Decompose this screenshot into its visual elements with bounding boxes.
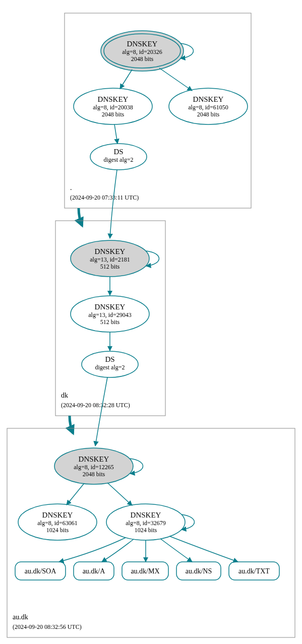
edge-dk-ds-to-audk-ksk <box>95 377 107 446</box>
svg-text:2048 bits: 2048 bits <box>83 471 105 478</box>
svg-text:digest alg=2: digest alg=2 <box>95 364 125 371</box>
svg-text:au.dk/SOA: au.dk/SOA <box>25 567 57 575</box>
zone-audk-label: au.dk <box>13 613 28 621</box>
node-root-zsk2: DNSKEY alg=8, id=61050 2048 bits <box>169 88 248 124</box>
svg-text:2048 bits: 2048 bits <box>131 55 154 62</box>
svg-text:DNSKEY: DNSKEY <box>79 455 109 463</box>
svg-text:DS: DS <box>113 148 123 156</box>
svg-text:1024 bits: 1024 bits <box>135 527 157 534</box>
edge-dk-to-audk <box>70 416 73 433</box>
svg-text:au.dk/TXT: au.dk/TXT <box>238 567 270 575</box>
svg-text:alg=13, id=2181: alg=13, id=2181 <box>90 256 130 263</box>
node-audk-ksk: DNSKEY alg=8, id=12265 2048 bits <box>54 448 133 484</box>
zone-root-ts: (2024-09-20 07:33:11 UTC) <box>70 194 139 201</box>
svg-text:alg=8, id=20326: alg=8, id=20326 <box>122 48 162 55</box>
svg-text:DS: DS <box>105 355 114 363</box>
edge-zsk2-ns <box>160 539 192 562</box>
svg-text:digest alg=2: digest alg=2 <box>103 156 133 163</box>
svg-text:2048 bits: 2048 bits <box>102 111 125 118</box>
edge-zsk2-txt <box>169 536 238 562</box>
edge-root-to-dk <box>79 208 82 226</box>
svg-text:DNSKEY: DNSKEY <box>95 247 126 255</box>
edge-zsk2-a <box>102 539 134 562</box>
zone-root-label: . <box>70 184 72 191</box>
svg-text:alg=8, id=20038: alg=8, id=20038 <box>93 104 133 111</box>
svg-text:au.dk/MX: au.dk/MX <box>131 567 159 575</box>
svg-text:alg=13, id=29043: alg=13, id=29043 <box>88 311 132 318</box>
svg-text:alg=8, id=63061: alg=8, id=63061 <box>37 520 78 527</box>
svg-text:alg=8, id=61050: alg=8, id=61050 <box>188 104 228 111</box>
svg-text:DNSKEY: DNSKEY <box>42 511 73 519</box>
node-dk-ds: DS digest alg=2 <box>82 351 138 377</box>
edge-audk-ksk-zsk1 <box>67 483 84 505</box>
record-ns: au.dk/NS <box>176 562 221 580</box>
svg-text:512 bits: 512 bits <box>100 318 120 326</box>
node-dk-zsk: DNSKEY alg=13, id=29043 512 bits <box>71 296 149 332</box>
svg-text:DNSKEY: DNSKEY <box>193 95 224 103</box>
edge-root-ds-to-dk-ksk <box>110 170 117 238</box>
svg-text:1024 bits: 1024 bits <box>46 527 69 534</box>
node-dk-ksk: DNSKEY alg=13, id=2181 512 bits <box>71 240 149 277</box>
svg-text:512 bits: 512 bits <box>100 263 120 270</box>
svg-text:alg=8, id=12265: alg=8, id=12265 <box>74 464 114 471</box>
node-audk-zsk1: DNSKEY alg=8, id=63061 1024 bits <box>18 504 97 540</box>
svg-text:alg=8, id=32679: alg=8, id=32679 <box>126 520 166 527</box>
node-root-ds: DS digest alg=2 <box>90 144 147 170</box>
svg-text:au.dk/A: au.dk/A <box>83 567 106 575</box>
zone-root: . (2024-09-20 07:33:11 UTC) DNSKEY alg=8… <box>65 13 251 208</box>
edge-root-zsk1-ds <box>114 124 117 144</box>
edge-root-ksk-zsk2 <box>159 68 192 91</box>
svg-text:DNSKEY: DNSKEY <box>95 303 126 311</box>
svg-text:au.dk/NS: au.dk/NS <box>186 567 212 575</box>
edge-audk-ksk-zsk2 <box>107 483 132 505</box>
svg-text:2048 bits: 2048 bits <box>197 111 220 118</box>
node-root-ksk: DNSKEY alg=8, id=20326 2048 bits <box>101 31 184 71</box>
svg-text:DNSKEY: DNSKEY <box>98 95 129 103</box>
zone-audk: au.dk (2024-09-20 08:32:56 UTC) DNSKEY a… <box>7 428 295 637</box>
record-mx: au.dk/MX <box>122 562 168 580</box>
svg-text:DNSKEY: DNSKEY <box>131 511 161 519</box>
zone-dk-ts: (2024-09-20 08:32:28 UTC) <box>61 402 130 409</box>
edge-root-ksk-zsk1 <box>120 70 132 89</box>
record-a: au.dk/A <box>74 562 114 580</box>
zone-dk-label: dk <box>61 392 68 399</box>
zone-audk-ts: (2024-09-20 08:32:56 UTC) <box>13 623 82 630</box>
node-audk-zsk2: DNSKEY alg=8, id=32679 1024 bits <box>106 504 185 540</box>
record-soa: au.dk/SOA <box>15 562 66 580</box>
zone-dk: dk (2024-09-20 08:32:28 UTC) DNSKEY alg=… <box>55 221 165 416</box>
record-txt: au.dk/TXT <box>229 562 279 580</box>
edge-zsk2-soa <box>59 538 126 562</box>
node-root-zsk1: DNSKEY alg=8, id=20038 2048 bits <box>74 88 152 124</box>
svg-text:DNSKEY: DNSKEY <box>127 40 158 48</box>
dnssec-graph: . (2024-09-20 07:33:11 UTC) DNSKEY alg=8… <box>0 0 302 644</box>
